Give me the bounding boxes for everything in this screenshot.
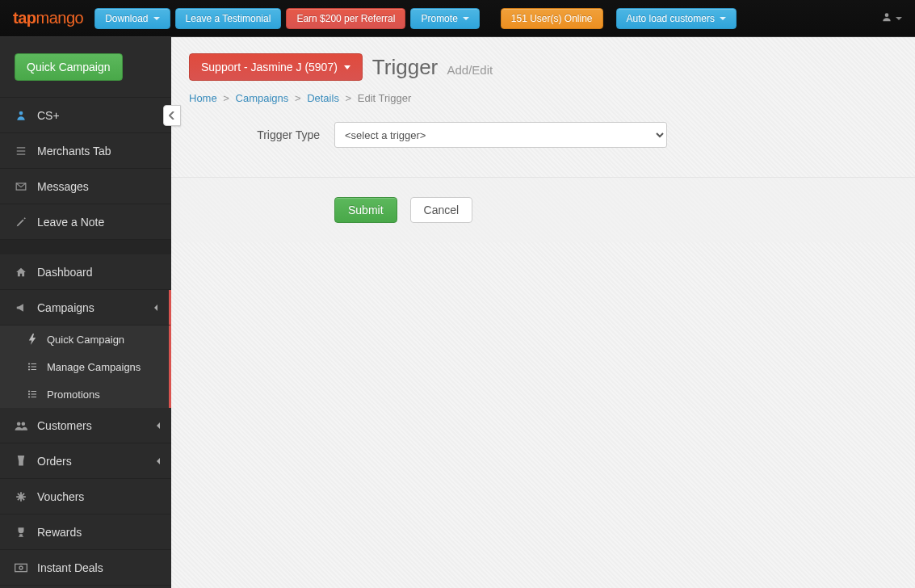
top-bar: tapmango Download Leave a Testimonial Ea… [0,0,915,37]
subnav-manage-campaigns[interactable]: Manage Campaigns [0,353,169,380]
promote-button[interactable]: Promote [410,8,479,29]
sidebar-item-instant-deals[interactable]: Instant Deals [0,550,171,586]
breadcrumb-home[interactable]: Home [189,92,217,104]
list-ul-icon [24,389,40,399]
sidebar-item-dashboard[interactable]: Dashboard [0,254,171,290]
breadcrumb-campaigns[interactable]: Campaigns [236,92,289,104]
breadcrumbs: Home > Campaigns > Details > Edit Trigge… [189,92,897,104]
pencil-icon [13,216,29,228]
trophy-icon [13,527,29,538]
breadcrumb-current: Edit Trigger [358,92,411,104]
trigger-type-label: Trigger Type [189,128,334,141]
sidebar-item-label: Merchants Tab [37,145,111,158]
sidebar-item-orders[interactable]: Orders [0,443,171,479]
page-title-text: Trigger [372,55,438,79]
sidebar-item-label: CS+ [37,109,60,122]
users-online-label: 151 User(s) Online [511,13,593,24]
merchant-selector-dropdown[interactable]: Support - Jasmine J (5907) [189,53,363,81]
sidebar-item-label: Dashboard [37,266,93,279]
sidebar: Quick Campaign CS+ Merchants Tab Message… [0,37,171,588]
sidebar-item-label: Messages [37,180,89,193]
sidebar-item-vouchers[interactable]: Vouchers [0,479,171,514]
user-icon [881,11,892,25]
users-icon [13,420,29,431]
sidebar-item-label: Vouchers [37,490,84,503]
svg-point-19 [22,422,26,426]
svg-rect-20 [15,564,27,571]
sidebar-gap [0,240,171,254]
svg-point-16 [28,397,30,398]
cancel-button[interactable]: Cancel [410,197,473,223]
quick-campaign-label: Quick Campaign [27,61,111,74]
sidebar-nav: CS+ Merchants Tab Messages Leave a Note … [0,98,171,326]
subnav-label: Promotions [47,388,100,401]
svg-rect-9 [31,367,37,368]
glass-icon [13,456,29,467]
merchant-selector-label: Support - Jasmine J (5907) [201,61,338,74]
autoload-customers-button[interactable]: Auto load customers [616,8,737,29]
sidebar-item-label: Orders [37,455,72,468]
svg-rect-2 [17,147,26,148]
breadcrumb-details[interactable]: Details [307,92,339,104]
trigger-type-select[interactable]: <select a trigger> [334,122,667,148]
trigger-type-row: Trigger Type <select a trigger> [189,122,897,148]
caret-down-icon [896,17,902,20]
envelope-icon [13,182,29,191]
sidebar-header: Quick Campaign [0,37,171,98]
svg-rect-15 [31,394,37,395]
sidebar-item-rewards[interactable]: Rewards [0,514,171,550]
home-icon [13,267,29,278]
svg-point-0 [885,13,889,17]
list-ul-icon [24,362,40,372]
list-icon [13,145,29,157]
sidebar-item-label: Campaigns [37,301,94,314]
svg-rect-4 [17,153,26,154]
submit-button[interactable]: Submit [334,197,397,223]
svg-point-14 [28,393,30,395]
cash-icon [13,563,29,573]
svg-point-6 [28,363,30,365]
breadcrumb-sep: > [346,92,352,104]
svg-point-18 [17,422,21,426]
sidebar-item-campaigns[interactable]: Campaigns [0,290,171,326]
referral-label: Earn $200 per Referral [296,13,395,24]
sidebar-nav-lower: Customers Orders Vouchers Rewards Instan… [0,408,171,586]
users-online-badge[interactable]: 151 User(s) Online [501,8,603,29]
user-tie-icon [13,110,29,121]
brand-prefix: tap [13,9,36,27]
main-content: Support - Jasmine J (5907) Trigger Add/E… [171,37,915,588]
sidebar-item-cs-plus[interactable]: CS+ [0,98,171,133]
leave-testimonial-label: Leave a Testimonial [186,13,271,24]
campaigns-submenu: Quick Campaign Manage Campaigns Promotio… [0,326,171,408]
subnav-promotions[interactable]: Promotions [0,380,169,408]
sidebar-item-leave-note[interactable]: Leave a Note [0,204,171,240]
svg-rect-13 [31,391,37,392]
download-button[interactable]: Download [94,8,170,29]
autoload-label: Auto load customers [627,13,715,24]
download-label: Download [105,13,148,24]
svg-point-12 [28,391,30,393]
referral-button[interactable]: Earn $200 per Referral [286,8,405,29]
submit-label: Submit [348,204,384,216]
svg-point-8 [28,366,30,368]
bullhorn-icon [13,302,29,313]
quick-campaign-button[interactable]: Quick Campaign [15,53,123,81]
page-header: Support - Jasmine J (5907) Trigger Add/E… [189,53,897,81]
svg-point-21 [19,566,23,569]
sidebar-item-merchants-tab[interactable]: Merchants Tab [0,133,171,169]
svg-rect-17 [31,397,37,397]
leave-testimonial-button[interactable]: Leave a Testimonial [175,8,282,29]
svg-point-1 [19,111,23,115]
user-menu[interactable] [876,11,907,25]
asterisk-icon [13,491,29,502]
sidebar-item-messages[interactable]: Messages [0,169,171,204]
sidebar-item-label: Customers [37,419,92,432]
form-actions: Submit Cancel [171,177,915,242]
breadcrumb-sep: > [223,92,229,104]
page-subtitle-text: Add/Edit [447,63,493,77]
subnav-label: Quick Campaign [47,334,124,346]
sidebar-item-customers[interactable]: Customers [0,408,171,443]
svg-rect-11 [31,369,37,370]
sidebar-item-label: Leave a Note [37,216,104,229]
subnav-quick-campaign[interactable]: Quick Campaign [0,326,169,353]
